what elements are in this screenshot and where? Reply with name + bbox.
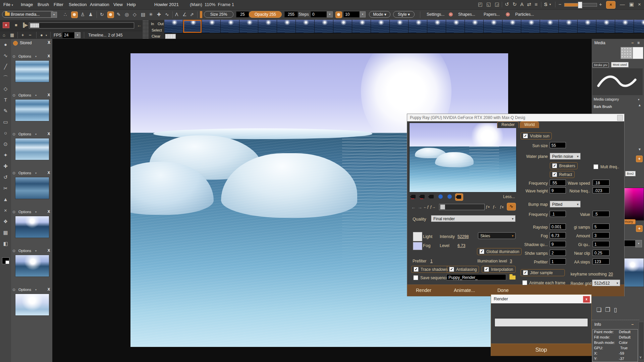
- tool-ellipse-select-icon[interactable]: ○: [0, 130, 11, 136]
- options-button[interactable]: Options: [18, 93, 31, 97]
- row-close-button[interactable]: X: [48, 248, 50, 252]
- timeline-frame[interactable]: [239, 20, 258, 33]
- timeline-frame[interactable]: [221, 20, 239, 33]
- timeline-frame[interactable]: [202, 20, 220, 33]
- quality-dropdown[interactable]: Final render: [431, 215, 516, 222]
- options-button[interactable]: Options: [18, 288, 31, 292]
- chevron-down-icon[interactable]: ▾: [35, 133, 37, 136]
- options-button[interactable]: Options: [18, 132, 31, 136]
- opacity-field[interactable]: 255: [284, 11, 298, 17]
- noise-freq-field[interactable]: .023: [593, 187, 609, 193]
- restore-icon[interactable]: ▣: [629, 1, 634, 7]
- dialog-titlebar[interactable]: Puppy Ray (GPU) NVIDIA GeForce RTX 2080 …: [407, 114, 624, 121]
- timeline-frame[interactable]: [296, 20, 314, 33]
- timeline-frame[interactable]: [615, 20, 634, 33]
- stored-icon[interactable]: [13, 41, 18, 46]
- collapse-icon[interactable]: −: [631, 322, 634, 327]
- protractor-icon[interactable]: ∠: [182, 12, 187, 17]
- chevron-down-icon[interactable]: ▾: [35, 288, 37, 291]
- menu-animation[interactable]: Animation: [90, 2, 109, 7]
- timeline-frame[interactable]: [540, 20, 558, 33]
- goto-next-key-icon[interactable]: ƒ→: [430, 205, 436, 209]
- render-preview[interactable]: [409, 123, 517, 192]
- value-dropdown[interactable]: ▾: [635, 240, 642, 247]
- bump-map-dropdown[interactable]: Pitted: [550, 201, 581, 207]
- media-swatch-plain[interactable]: [633, 47, 643, 59]
- add-frame-icon[interactable]: +: [21, 33, 24, 38]
- save-sequence-checkbox[interactable]: Save sequence: [413, 275, 448, 280]
- menu-selection[interactable]: Selection: [69, 2, 87, 7]
- camera-reset-icon[interactable]: [410, 193, 417, 200]
- in-button[interactable]: In: [151, 22, 154, 26]
- row-close-button[interactable]: X: [48, 132, 50, 136]
- paper-icon[interactable]: ▤: [141, 12, 145, 17]
- timeline-frame[interactable]: [409, 20, 427, 33]
- scroll-down-icon[interactable]: ▼: [638, 147, 641, 151]
- tool-half-icon[interactable]: ◧: [0, 241, 11, 247]
- dialog-close-button[interactable]: x: [583, 296, 590, 303]
- mirror-icon[interactable]: Λ: [175, 12, 178, 17]
- pick-tool-icon[interactable]: ◲: [495, 1, 499, 7]
- tool-erase-icon[interactable]: ×: [0, 207, 11, 213]
- intensity-value[interactable]: 52298: [458, 234, 469, 239]
- world-orbit-icon[interactable]: [437, 193, 444, 200]
- timeline-frame[interactable]: [390, 20, 408, 33]
- wave-speed-field[interactable]: .18: [593, 180, 609, 186]
- papers-close-icon[interactable]: ×: [506, 12, 510, 16]
- refract-checkbox[interactable]: Refract: [550, 171, 575, 178]
- jitter-sample-checkbox[interactable]: Jitter sample: [521, 269, 565, 276]
- gi-samps-field[interactable]: 5: [593, 224, 609, 230]
- fog-level-value[interactable]: 6.73: [458, 243, 465, 248]
- remove-frame-icon[interactable]: −: [29, 33, 32, 38]
- film-icon[interactable]: ▦: [10, 33, 14, 38]
- key-next-icon[interactable]: →: [418, 204, 422, 210]
- frame-slider[interactable]: [29, 22, 134, 28]
- timeline-frame[interactable]: [484, 20, 502, 33]
- scroll-down-icon[interactable]: ∨: [639, 355, 642, 359]
- browse-media-dropdown[interactable]: ▾: [51, 12, 57, 18]
- menu-help[interactable]: Help: [127, 2, 136, 7]
- amount-field[interactable]: 3: [593, 232, 609, 238]
- menu-filter[interactable]: Filter: [54, 2, 63, 7]
- zoom-slider[interactable]: [564, 3, 597, 7]
- mult-ifreq-checkbox[interactable]: Mult ifreq..: [593, 164, 619, 169]
- style-button[interactable]: Style ▾: [393, 11, 415, 18]
- camera-active-icon[interactable]: [455, 193, 463, 201]
- pen-active-icon[interactable]: [107, 11, 114, 18]
- stored-thumbnail[interactable]: [15, 294, 49, 316]
- row-close-button[interactable]: X: [48, 54, 50, 58]
- stop-button[interactable]: Stop: [491, 344, 591, 356]
- media-thumbnail[interactable]: [621, 258, 644, 287]
- paste-icon[interactable]: ❐: [605, 306, 610, 313]
- add-media-button[interactable]: +: [636, 156, 643, 162]
- new-document-icon[interactable]: ▯: [614, 306, 617, 313]
- row-close-button[interactable]: X: [48, 171, 50, 175]
- tools-toggle-button[interactable]: ×: [606, 1, 615, 9]
- stored-close-button[interactable]: X: [48, 40, 50, 45]
- visible-sun-checkbox[interactable]: Visible sun: [521, 132, 552, 139]
- stored-thumbnail[interactable]: [15, 255, 49, 277]
- density-field[interactable]: 10: [343, 11, 361, 17]
- scripts-icon[interactable]: S: [544, 1, 547, 7]
- tool-rect-select-icon[interactable]: ▭: [0, 119, 11, 125]
- render-grid-dropdown[interactable]: 512x512: [592, 280, 620, 286]
- close-icon[interactable]: ×: [638, 1, 641, 7]
- media-swatch-texture[interactable]: [621, 47, 633, 59]
- home-icon[interactable]: ⌂: [3, 33, 5, 38]
- less-button[interactable]: Less...: [503, 194, 515, 199]
- clear-button[interactable]: Clear: [152, 34, 160, 38]
- opacity-button[interactable]: Opacity 255: [249, 11, 282, 18]
- brush-name[interactable]: Bark Brush: [594, 105, 612, 109]
- prefilter-value[interactable]: 1: [430, 259, 433, 263]
- frame-slider-thumb[interactable]: [30, 23, 39, 28]
- timeline-filmstrip[interactable]: [164, 20, 644, 33]
- close-timeline-icon[interactable]: x: [3, 22, 9, 28]
- antialiasing-checkbox[interactable]: Antialiasing: [447, 266, 479, 273]
- minimize-icon[interactable]: —: [620, 1, 625, 7]
- box2-label[interactable]: Box2: [625, 171, 636, 176]
- steps-field[interactable]: 0: [311, 11, 328, 17]
- steps-dropdown[interactable]: ▾: [327, 11, 333, 17]
- settings-link[interactable]: Settings...: [427, 12, 444, 17]
- fps-field[interactable]: 24: [62, 32, 76, 38]
- tool-pencil-icon[interactable]: ✎: [0, 108, 11, 114]
